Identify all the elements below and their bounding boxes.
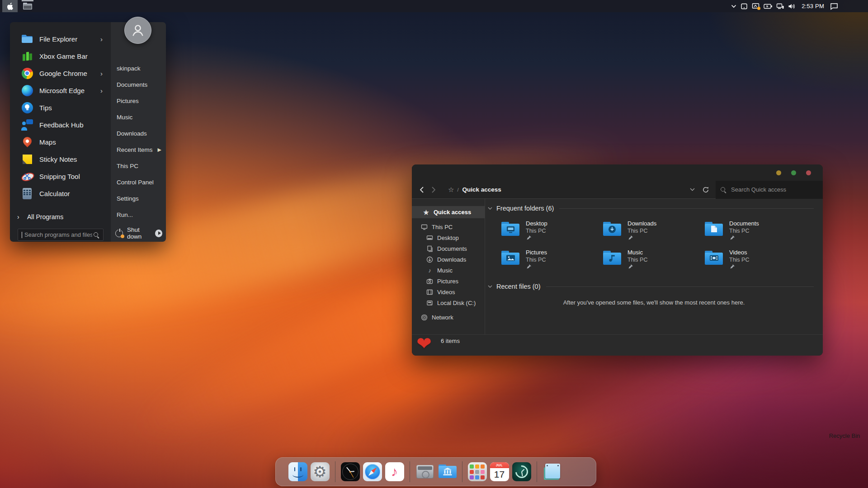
sidebar-item-network[interactable]: Network xyxy=(412,312,485,323)
start-menu-places-column: skinpack Documents Pictures Music Downlo… xyxy=(111,22,166,242)
collapse-chevron-icon[interactable] xyxy=(488,207,492,210)
start-item-xbox-game-bar[interactable]: Xbox Game Bar xyxy=(10,47,111,65)
start-item-microsoft-edge[interactable]: Microsoft Edge › xyxy=(10,82,111,99)
breadcrumb[interactable]: Quick access xyxy=(462,186,501,193)
all-programs-button[interactable]: › All Programs xyxy=(10,209,111,225)
start-place-downloads[interactable]: Downloads xyxy=(111,125,166,141)
dock-hard-drive-icon[interactable] xyxy=(415,462,434,481)
start-item-label: Microsoft Edge xyxy=(39,87,85,94)
pin-icon xyxy=(526,264,531,270)
recent-files-header[interactable]: Recent files (0) xyxy=(485,282,814,291)
start-place-run[interactable]: Run... xyxy=(111,206,166,223)
shutdown-options-arrow[interactable] xyxy=(155,230,162,237)
collapse-chevron-icon[interactable] xyxy=(488,285,492,288)
sidebar-item-videos[interactable]: Videos xyxy=(412,286,485,297)
tablet-mode-icon[interactable] xyxy=(741,3,748,10)
sidebar-item-downloads[interactable]: Downloads xyxy=(412,254,485,265)
start-item-maps[interactable]: Maps xyxy=(10,133,111,150)
sticky-notes-icon xyxy=(20,152,34,166)
folder-icon xyxy=(703,220,724,238)
notification-center-icon[interactable] xyxy=(830,3,838,10)
start-item-google-chrome[interactable]: Google Chrome › xyxy=(10,65,111,82)
start-item-tips[interactable]: Tips xyxy=(10,99,111,116)
user-avatar[interactable] xyxy=(124,17,151,44)
sidebar-item-quick-access[interactable]: ★ Quick access xyxy=(412,206,485,218)
apple-icon xyxy=(7,3,13,10)
folder-tile-pictures[interactable]: Pictures This PC xyxy=(500,249,602,277)
dock-finder-icon[interactable] xyxy=(288,462,307,481)
address-dropdown-icon[interactable] xyxy=(690,188,695,191)
power-icon xyxy=(115,230,123,237)
start-search-box[interactable] xyxy=(18,229,104,241)
volume-icon[interactable] xyxy=(788,3,796,9)
favorite-star-icon[interactable]: ☆ xyxy=(448,186,454,193)
maximize-button[interactable] xyxy=(791,170,796,175)
apple-menu[interactable] xyxy=(2,0,18,12)
submenu-arrow-icon: › xyxy=(100,70,111,77)
start-search-input[interactable] xyxy=(24,231,93,239)
shut-down-button[interactable]: Shut down xyxy=(115,227,162,239)
dock-music-icon[interactable]: ♪ xyxy=(385,462,404,481)
menu-bar: 2:53 PM xyxy=(0,0,868,12)
display-alert-icon[interactable] xyxy=(752,3,760,9)
start-place-documents[interactable]: Documents xyxy=(111,76,166,93)
dock-time-machine-icon[interactable] xyxy=(512,462,531,481)
explorer-search-input[interactable] xyxy=(730,186,818,193)
tips-icon xyxy=(20,101,34,114)
window-titlebar[interactable] xyxy=(412,164,823,181)
start-item-feedback-hub[interactable]: Feedback Hub xyxy=(10,116,111,133)
start-item-file-explorer[interactable]: File Explorer › xyxy=(10,30,111,47)
explorer-search-box[interactable] xyxy=(716,181,823,199)
frequent-folders-header[interactable]: Frequent folders (6) xyxy=(485,204,814,212)
dock-launchpad-icon[interactable] xyxy=(468,462,487,481)
start-item-sticky-notes[interactable]: Sticky Notes xyxy=(10,150,111,168)
minimize-button[interactable] xyxy=(776,170,781,175)
sidebar-item-pictures[interactable]: Pictures xyxy=(412,276,485,286)
start-place-pictures[interactable]: Pictures xyxy=(111,93,166,109)
sidebar-item-this-pc[interactable]: This PC xyxy=(412,221,485,232)
sidebar-item-documents[interactable]: Documents xyxy=(412,243,485,254)
forward-icon[interactable] xyxy=(431,186,436,193)
sidebar-item-music[interactable]: ♪ Music xyxy=(412,265,485,276)
start-item-label: Snipping Tool xyxy=(39,173,80,180)
dock-trash-icon[interactable] xyxy=(565,462,584,481)
battery-icon[interactable] xyxy=(764,4,772,9)
start-place-settings[interactable]: Settings xyxy=(111,190,166,206)
folder-tile-music[interactable]: Music This PC xyxy=(602,249,703,277)
dock: ⚙ ♪ JUL 17 xyxy=(275,457,596,486)
item-count: 6 items xyxy=(441,338,460,344)
start-item-snipping-tool[interactable]: Snipping Tool xyxy=(10,168,111,185)
monitor-icon xyxy=(421,224,428,230)
dock-system-preferences-icon[interactable]: ⚙ xyxy=(311,462,330,481)
folder-icon xyxy=(703,249,724,267)
network-globe-icon xyxy=(421,314,428,321)
start-item-label: Google Chrome xyxy=(39,70,87,77)
folder-tile-downloads[interactable]: Downloads This PC xyxy=(602,220,703,249)
start-place-music[interactable]: Music xyxy=(111,109,166,125)
network-icon[interactable] xyxy=(776,3,784,9)
dock-clock-icon[interactable] xyxy=(341,462,360,481)
sidebar-item-local-disk[interactable]: Local Disk (C:) xyxy=(412,297,485,308)
dock-library-folder-icon[interactable] xyxy=(438,462,457,481)
folder-icon xyxy=(602,249,623,267)
start-place-user[interactable]: skinpack xyxy=(111,60,166,76)
recycle-bin[interactable]: Recycle Bin xyxy=(827,431,862,439)
chevron-down-icon[interactable] xyxy=(731,5,736,8)
sidebar-item-desktop[interactable]: Desktop xyxy=(412,232,485,243)
start-place-control-panel[interactable]: Control Panel xyxy=(111,174,166,190)
dock-stickies-icon[interactable] xyxy=(542,462,561,481)
start-place-this-pc[interactable]: This PC xyxy=(111,158,166,174)
clock-time[interactable]: 2:53 PM xyxy=(802,3,824,9)
folder-tile-videos[interactable]: Videos This PC xyxy=(703,249,805,277)
folder-tile-documents[interactable]: Documents This PC xyxy=(703,220,805,249)
start-item-calculator[interactable]: Calculator xyxy=(10,185,111,202)
file-explorer-menu-app[interactable] xyxy=(21,0,34,12)
folder-tile-desktop[interactable]: Desktop This PC xyxy=(500,220,602,249)
start-place-recent-items[interactable]: Recent Items ▶ xyxy=(111,141,166,158)
close-button[interactable] xyxy=(806,170,811,175)
refresh-icon[interactable] xyxy=(702,186,709,193)
dock-safari-icon[interactable] xyxy=(363,462,382,481)
dock-calendar-icon[interactable]: JUL 17 xyxy=(490,462,509,481)
back-icon[interactable] xyxy=(419,186,425,193)
xbox-game-bar-icon xyxy=(20,49,34,63)
